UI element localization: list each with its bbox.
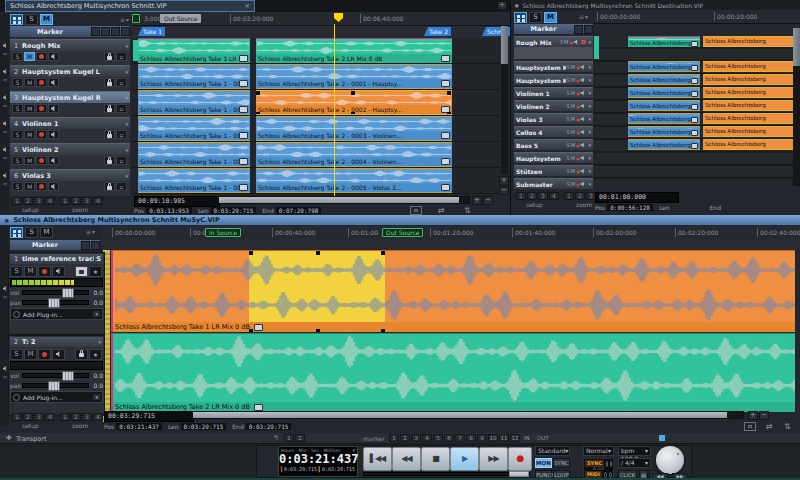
tempo-mode-dropdown[interactable]: Normal ▾ [583, 446, 614, 456]
selection-handle[interactable] [316, 329, 320, 332]
add-plugin-button[interactable]: Add Plug-in... ▾ [10, 391, 103, 403]
record-arm-button[interactable] [36, 52, 47, 61]
speaker-icon[interactable] [1, 147, 9, 152]
selection-handle[interactable] [447, 112, 451, 115]
chevron-down-icon[interactable]: ▾ [123, 95, 130, 101]
close-icon[interactable]: × [244, 2, 250, 10]
marker-tool-icon[interactable] [91, 27, 100, 36]
lock-icon[interactable] [584, 25, 593, 34]
solo-button[interactable]: S [566, 168, 569, 174]
marker-button[interactable]: 1 [389, 434, 399, 442]
pager-button[interactable]: 3 [34, 197, 44, 205]
selection-handle[interactable] [351, 112, 355, 115]
solo-button[interactable]: S [566, 181, 569, 187]
volume-slider[interactable] [22, 290, 89, 295]
stop-button[interactable]: ■ [421, 447, 450, 471]
vertical-scrollbar[interactable] [793, 28, 800, 186]
play-button[interactable]: ▶ [450, 447, 479, 471]
timeline-ruler-destination[interactable]: 00:00:00:00000:00:20:000 [594, 10, 800, 24]
solo-button[interactable]: S [560, 39, 563, 45]
playhead-line[interactable] [334, 24, 335, 196]
speaker-icon[interactable] [1, 43, 9, 48]
track-header[interactable]: Violas 3SM●▾ [514, 113, 593, 124]
audio-clip[interactable]: Schloss Albrechtsberg Take 2 - 0007 ... [628, 139, 700, 150]
marker-button[interactable]: 4 [422, 434, 432, 442]
audio-clip[interactable]: Schloss Albrechtsberg Take 1 - 0005 - Vi… [138, 168, 250, 193]
lock-button[interactable] [104, 156, 115, 165]
marker-tool-icon[interactable] [81, 241, 90, 250]
audio-clip[interactable]: Schloss Albrechtsberg [703, 113, 797, 124]
mute-button[interactable]: M [571, 142, 575, 148]
record-arm-button[interactable] [38, 349, 51, 360]
lock-button[interactable] [75, 266, 88, 277]
selection-handle[interactable] [447, 91, 451, 95]
pager-button[interactable]: 3 [82, 197, 92, 205]
pager-button[interactable]: 1 [12, 197, 22, 205]
speaker-icon[interactable] [580, 78, 585, 83]
lock-button[interactable] [104, 104, 115, 113]
jog-wheel[interactable] [656, 446, 684, 474]
hzoom-in-button[interactable]: + [472, 196, 482, 205]
workspace-grid-icon[interactable] [10, 14, 23, 25]
panel-menu-icon[interactable]: ≡▾ [120, 16, 130, 23]
track-header[interactable]: Rough MixSM●D▾ [514, 36, 593, 47]
mute-global-button[interactable]: M [40, 14, 53, 25]
marker-lane[interactable]: Take 1Take 2Schnitt [132, 26, 510, 38]
audio-clip[interactable]: Schloss Albrechtsberg Take 2 - 0005 - Vi… [256, 168, 452, 193]
lock-button[interactable] [104, 182, 115, 191]
chevron-down-icon[interactable]: ▾ [586, 129, 593, 135]
chevron-down-icon[interactable]: ▾ [586, 39, 593, 45]
volume-slider[interactable] [22, 373, 89, 378]
marker-flag[interactable]: Take 1 [138, 27, 165, 36]
selection-handle[interactable] [256, 91, 260, 95]
chevron-down-icon[interactable] [121, 27, 130, 36]
monitor-button[interactable] [48, 52, 59, 61]
pager-button[interactable]: 4 [45, 413, 55, 421]
solo-button[interactable]: S [10, 266, 23, 277]
link-button[interactable]: ▫ [116, 104, 127, 113]
selection-handle[interactable] [381, 329, 385, 332]
link-button[interactable]: ▫ [116, 78, 127, 87]
record-icon[interactable]: ● [576, 182, 580, 187]
solo-button[interactable]: S [566, 64, 569, 70]
speaker-icon[interactable] [580, 169, 585, 174]
record-icon[interactable]: ● [569, 40, 573, 45]
marker-button[interactable]: 11 [499, 434, 509, 442]
pager-button[interactable]: 4 [93, 413, 103, 421]
fit-view-icon[interactable] [744, 422, 756, 431]
chevron-down-icon[interactable]: ▾ [586, 64, 593, 70]
chevron-down-icon[interactable]: ▾ [123, 173, 130, 179]
marker-button[interactable]: 8 [466, 434, 476, 442]
marker-button[interactable]: 3 [411, 434, 421, 442]
out-source-tag[interactable]: Out Source [382, 228, 423, 237]
playback-mode-dropdown[interactable]: Standard ▾ [535, 446, 570, 456]
solo-button[interactable]: S [566, 142, 569, 148]
chevron-down-icon[interactable]: ▾ [586, 103, 593, 109]
record-arm-button[interactable] [38, 266, 51, 277]
forward-button[interactable]: ▶▶ [479, 447, 508, 471]
pan-slider[interactable] [22, 300, 89, 305]
lock-icon[interactable] [111, 27, 120, 36]
record-icon[interactable]: ● [576, 78, 580, 83]
panel-menu-icon[interactable]: ≡▾ [86, 228, 96, 235]
audio-clip[interactable]: Schloss Albrechtsberg Take 1 - 0002 - Ha… [138, 90, 250, 115]
mute-button[interactable]: M [24, 104, 35, 113]
workspace-grid-icon[interactable] [10, 227, 23, 238]
audio-clip[interactable]: Schloss Albrechtsberg Take 2 - 0001 ... [628, 61, 700, 72]
solo-button[interactable]: S [10, 349, 23, 360]
playhead-flag-icon[interactable] [334, 13, 343, 22]
pager-button[interactable]: 4 [549, 192, 559, 200]
fit-view-icon[interactable] [410, 206, 422, 215]
solo-global-button[interactable]: S [25, 227, 38, 238]
audio-clip[interactable]: Schloss Albrechtsberg Take 2 - 0004 ... [628, 100, 700, 111]
automation-curve-icon[interactable]: ≈ [1, 51, 9, 57]
track-header[interactable]: Violinen 1SM●▾ [514, 87, 593, 98]
go-to-start-button[interactable]: ▌◀◀ [363, 447, 392, 471]
chevron-down-icon[interactable]: ▾ [586, 155, 593, 161]
solo-button[interactable]: S [12, 156, 23, 165]
audio-clip[interactable]: Schloss Albrechtsberg Take 2 - 0002 ... [628, 74, 700, 85]
workspace-grid-icon[interactable] [514, 12, 527, 23]
chevron-down-icon[interactable]: ▾ [586, 142, 593, 148]
chevron-down-icon[interactable]: ▾ [123, 147, 130, 153]
automation-curve-icon[interactable]: ≈ [1, 129, 9, 135]
